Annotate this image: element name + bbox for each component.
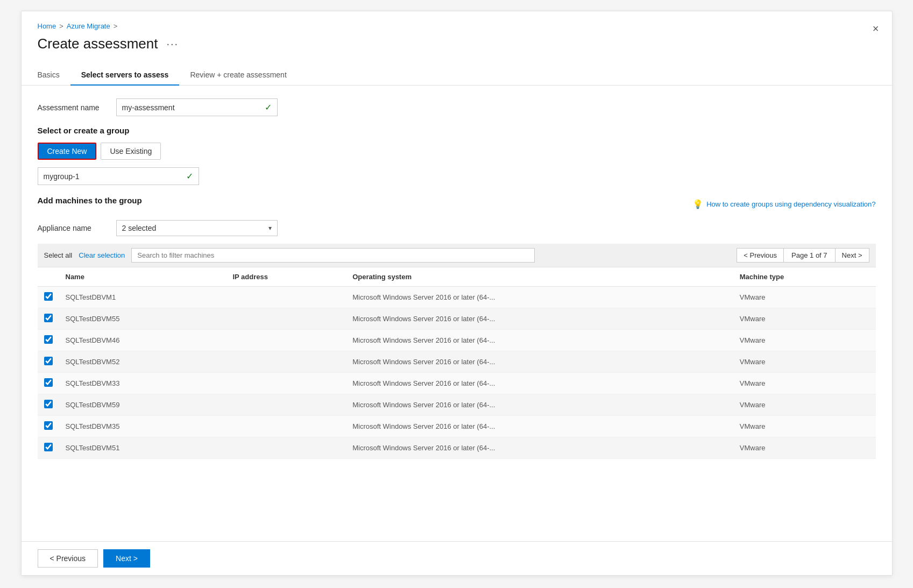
- row-type: VMware: [733, 373, 876, 394]
- row-name: SQLTestDBVM59: [59, 394, 227, 416]
- row-type: VMware: [733, 394, 876, 416]
- row-ip: [226, 330, 346, 351]
- col-header-checkbox: [38, 267, 59, 287]
- assessment-name-value: my-assessment: [122, 103, 175, 112]
- row-ip: [226, 373, 346, 394]
- row-checkbox-cell[interactable]: [38, 308, 59, 330]
- table-row: SQLTestDBVM46 Microsoft Windows Server 2…: [38, 330, 876, 351]
- add-machines-section: Add machines to the group 💡 How to creat…: [38, 196, 876, 236]
- row-checkbox[interactable]: [44, 443, 53, 451]
- page-indicator: Page 1 of 7: [784, 248, 835, 263]
- assessment-name-input[interactable]: my-assessment ✓: [116, 98, 278, 116]
- select-all-link[interactable]: Select all: [44, 251, 73, 259]
- breadcrumb-sep2: >: [114, 22, 118, 30]
- row-name: SQLTestDBVM51: [59, 437, 227, 459]
- table-row: SQLTestDBVM59 Microsoft Windows Server 2…: [38, 394, 876, 416]
- row-ip: [226, 416, 346, 437]
- row-checkbox[interactable]: [44, 335, 53, 344]
- row-name: SQLTestDBVM1: [59, 287, 227, 308]
- row-os: Microsoft Windows Server 2016 or later (…: [346, 330, 733, 351]
- pagination-previous-button[interactable]: < Previous: [737, 248, 784, 263]
- menu-dots[interactable]: ···: [166, 38, 179, 50]
- assessment-name-label: Assessment name: [38, 103, 108, 112]
- row-name: SQLTestDBVM46: [59, 330, 227, 351]
- row-os: Microsoft Windows Server 2016 or later (…: [346, 308, 733, 330]
- row-type: VMware: [733, 351, 876, 373]
- tab-select-servers[interactable]: Select servers to assess: [70, 65, 180, 86]
- row-os: Microsoft Windows Server 2016 or later (…: [346, 416, 733, 437]
- breadcrumb-home[interactable]: Home: [38, 22, 56, 30]
- help-link[interactable]: 💡 How to create groups using dependency …: [692, 199, 875, 209]
- help-link-text[interactable]: How to create groups using dependency vi…: [706, 200, 875, 208]
- row-type: VMware: [733, 308, 876, 330]
- row-type: VMware: [733, 330, 876, 351]
- table-toolbar: Select all Clear selection < Previous Pa…: [38, 244, 876, 267]
- row-os: Microsoft Windows Server 2016 or later (…: [346, 287, 733, 308]
- row-checkbox-cell[interactable]: [38, 416, 59, 437]
- row-checkbox-cell[interactable]: [38, 394, 59, 416]
- appliance-name-label: Appliance name: [38, 224, 108, 232]
- appliance-name-row: Appliance name 2 selected ▾: [38, 220, 876, 236]
- table-row: SQLTestDBVM1 Microsoft Windows Server 20…: [38, 287, 876, 308]
- row-os: Microsoft Windows Server 2016 or later (…: [346, 351, 733, 373]
- select-group-title: Select or create a group: [38, 126, 876, 135]
- table-row: SQLTestDBVM33 Microsoft Windows Server 2…: [38, 373, 876, 394]
- row-checkbox[interactable]: [44, 292, 53, 301]
- clear-selection-link[interactable]: Clear selection: [79, 251, 125, 259]
- row-name: SQLTestDBVM55: [59, 308, 227, 330]
- row-ip: [226, 437, 346, 459]
- page-title: Create assessment: [38, 36, 158, 52]
- table-body: SQLTestDBVM1 Microsoft Windows Server 20…: [38, 287, 876, 459]
- col-header-ip: IP address: [226, 267, 346, 287]
- tabs-row: Basics Select servers to assess Review +…: [22, 65, 892, 86]
- row-type: VMware: [733, 416, 876, 437]
- tab-review-create[interactable]: Review + create assessment: [179, 65, 297, 86]
- col-header-type: Machine type: [733, 267, 876, 287]
- breadcrumb-azure-migrate[interactable]: Azure Migrate: [67, 22, 110, 30]
- row-checkbox-cell[interactable]: [38, 373, 59, 394]
- row-checkbox-cell[interactable]: [38, 287, 59, 308]
- breadcrumb: Home > Azure Migrate >: [38, 22, 876, 30]
- close-button[interactable]: ×: [873, 23, 879, 34]
- row-os: Microsoft Windows Server 2016 or later (…: [346, 373, 733, 394]
- row-checkbox[interactable]: [44, 400, 53, 408]
- group-name-input[interactable]: mygroup-1 ✓: [38, 167, 199, 185]
- group-name-value: mygroup-1: [44, 172, 80, 181]
- assessment-name-check: ✓: [265, 102, 272, 112]
- col-header-os: Operating system: [346, 267, 733, 287]
- create-new-button[interactable]: Create New: [38, 143, 97, 160]
- row-checkbox[interactable]: [44, 357, 53, 365]
- group-name-check: ✓: [186, 171, 193, 181]
- pagination-next-button[interactable]: Next >: [835, 248, 869, 263]
- use-existing-button[interactable]: Use Existing: [101, 143, 161, 160]
- table-row: SQLTestDBVM55 Microsoft Windows Server 2…: [38, 308, 876, 330]
- bulb-icon: 💡: [692, 199, 703, 209]
- table-row: SQLTestDBVM35 Microsoft Windows Server 2…: [38, 416, 876, 437]
- row-type: VMware: [733, 287, 876, 308]
- appliance-selected-value: 2 selected: [122, 224, 157, 232]
- row-checkbox-cell[interactable]: [38, 351, 59, 373]
- main-panel: Home > Azure Migrate > Create assessment…: [21, 11, 893, 576]
- table-row: SQLTestDBVM52 Microsoft Windows Server 2…: [38, 351, 876, 373]
- row-type: VMware: [733, 437, 876, 459]
- footer-next-button[interactable]: Next >: [103, 549, 150, 568]
- row-ip: [226, 287, 346, 308]
- row-checkbox[interactable]: [44, 378, 53, 387]
- tab-basics[interactable]: Basics: [38, 65, 70, 86]
- table-row: SQLTestDBVM51 Microsoft Windows Server 2…: [38, 437, 876, 459]
- row-checkbox[interactable]: [44, 314, 53, 322]
- appliance-dropdown[interactable]: 2 selected ▾: [116, 220, 278, 236]
- row-checkbox-cell[interactable]: [38, 437, 59, 459]
- machines-table: Name IP address Operating system Machine…: [38, 267, 876, 459]
- table-header-row: Name IP address Operating system Machine…: [38, 267, 876, 287]
- panel-content: Assessment name my-assessment ✓ Select o…: [22, 86, 892, 472]
- row-ip: [226, 351, 346, 373]
- row-ip: [226, 308, 346, 330]
- footer-previous-button[interactable]: < Previous: [38, 549, 98, 568]
- row-name: SQLTestDBVM35: [59, 416, 227, 437]
- panel-footer: < Previous Next >: [22, 541, 892, 575]
- panel-header: Home > Azure Migrate > Create assessment…: [22, 11, 892, 52]
- search-filter-input[interactable]: [131, 248, 535, 263]
- row-checkbox-cell[interactable]: [38, 330, 59, 351]
- row-checkbox[interactable]: [44, 421, 53, 430]
